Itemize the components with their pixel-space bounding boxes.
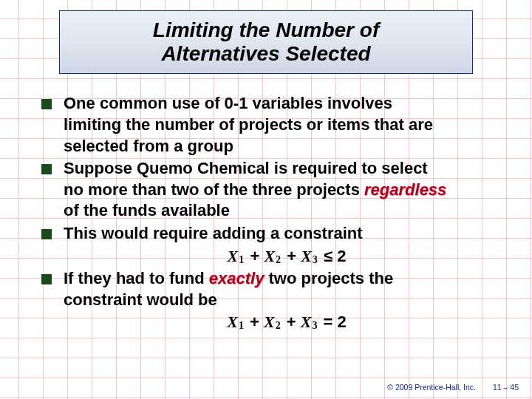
copyright: © 2009 Prentice-Hall, Inc. (387, 383, 476, 392)
bullet-2: Suppose Quemo Chemical is required to se… (37, 158, 510, 222)
plus2-2: + (282, 313, 301, 331)
bullet-2-text-a: Suppose Quemo Chemical is required to se… (64, 159, 428, 177)
bullet-2-text-c: of the funds available (64, 201, 230, 219)
bullet-4-text-a: If they had to fund (64, 269, 209, 287)
footer: © 2009 Prentice-Hall, Inc. 11 – 45 (387, 383, 519, 392)
var2-x2: X (264, 313, 275, 331)
var-x2: X (264, 247, 275, 265)
plus2-1: + (245, 313, 264, 331)
sub-1: 1 (238, 254, 245, 265)
formula-2: X1 + X2 + X3 = 2 (64, 312, 510, 333)
bullet-1-text-b: limiting the number of projects or items… (64, 115, 433, 134)
bullet-4-text-b: two projects the (264, 269, 393, 287)
bullet-3-text: This would require adding a constraint (64, 224, 363, 242)
bullet-list: One common use of 0-1 variables involves… (22, 93, 510, 333)
var2-x3: X (301, 313, 312, 331)
title-line-2: Alternatives Selected (161, 42, 370, 65)
bullet-1-text-a: One common use of 0-1 variables involves (64, 94, 392, 112)
rel-le: ≤ 2 (319, 247, 347, 265)
title-box: Limiting the Number of Alternatives Sele… (59, 10, 473, 74)
sub2-1: 1 (238, 320, 245, 331)
bullet-1: One common use of 0-1 variables involves… (37, 93, 510, 157)
slide: Limiting the Number of Alternatives Sele… (0, 0, 532, 399)
bullet-4-text-c: constraint would be (64, 290, 217, 309)
sub2-3: 3 (311, 320, 318, 331)
bullet-1-text-c: selected from a group (64, 137, 233, 155)
sub-3: 3 (312, 254, 319, 265)
plus-2: + (282, 247, 301, 265)
title-line-1: Limiting the Number of (153, 18, 379, 41)
bullet-3: This would require adding a constraint X… (37, 223, 510, 267)
sub-2: 2 (275, 254, 282, 265)
formula-1: X1 + X2 + X3 ≤ 2 (64, 246, 510, 267)
plus-1: + (245, 247, 264, 265)
bullet-4: If they had to fund exactly two projects… (37, 268, 510, 333)
bullet-2-emph: regardless (364, 180, 446, 199)
sub2-2: 2 (275, 320, 282, 331)
page-number: 11 – 45 (493, 383, 519, 392)
bullet-2-text-b-pre: no more than two of the three projects (64, 180, 364, 199)
slide-title: Limiting the Number of Alternatives Sele… (67, 18, 465, 66)
rel-eq: = 2 (318, 313, 346, 331)
var2-x1: X (227, 313, 238, 331)
var-x1: X (228, 247, 239, 265)
bullet-4-emph: exactly (209, 269, 265, 287)
var-x3: X (301, 247, 312, 265)
